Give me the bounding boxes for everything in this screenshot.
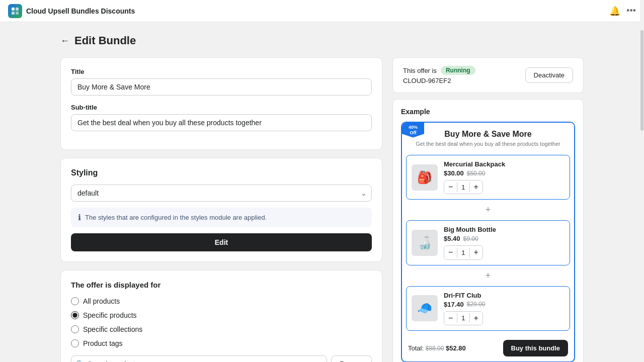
scrollbar-thumb[interactable]	[640, 30, 643, 131]
offer-display-card: The offer is displayed for All products …	[60, 270, 382, 362]
svg-rect-3	[16, 12, 19, 15]
bundle-preview: 40% Off Buy More & Save More Get the bes…	[401, 122, 575, 362]
left-column: Title Sub-title Styling default ⌄	[60, 57, 382, 362]
subtitle-field-group: Sub-title	[71, 104, 372, 131]
subtitle-input[interactable]	[71, 114, 372, 131]
search-row: 🔍 Browse	[71, 355, 372, 362]
styling-select[interactable]: default	[71, 185, 372, 202]
plus-separator-1: +	[402, 204, 574, 216]
title-card: Title Sub-title	[60, 57, 382, 150]
price-old-1: $9.00	[463, 235, 478, 242]
radio-product-tags[interactable]: Product tags	[71, 339, 372, 347]
qty-minus-2[interactable]: −	[444, 312, 457, 325]
offer-code: CLOUD-967EF2	[403, 77, 475, 84]
product-item-0: 🎒 Mercurial Backpack $30.00 $50.00 − 1 +	[406, 155, 570, 200]
radio-tags-label: Product tags	[83, 339, 123, 347]
qty-plus-2[interactable]: +	[470, 312, 482, 325]
top-bar: Cloud Upsell Bundles Discounts 🔔 •••	[0, 0, 644, 22]
total-label: Total:	[408, 344, 424, 352]
search-input[interactable]	[71, 355, 327, 362]
search-input-wrapper: 🔍	[71, 355, 327, 362]
page-header: ← Edit Bundle	[60, 34, 584, 47]
styling-select-wrapper: default ⌄	[71, 185, 372, 202]
qty-minus-1[interactable]: −	[444, 246, 457, 259]
plus-separator-2: +	[402, 269, 574, 282]
radio-specific-collections[interactable]: Specific collections	[71, 325, 372, 333]
right-column: This offer is Running CLOUD-967EF2 Deact…	[392, 57, 584, 362]
subtitle-label: Sub-title	[71, 104, 372, 111]
app-icon	[8, 4, 22, 18]
deactivate-button[interactable]: Deactivate	[525, 67, 573, 83]
qty-plus-1[interactable]: +	[470, 246, 482, 259]
status-badge: Running	[441, 66, 475, 75]
product-prices-1: $5.40 $9.00	[444, 235, 565, 242]
product-info-1: Big Mouth Bottle $5.40 $9.00 − 1 +	[444, 226, 565, 259]
radio-collections-label: Specific collections	[83, 325, 142, 333]
svg-rect-2	[12, 12, 15, 15]
browse-button[interactable]: Browse	[331, 355, 372, 362]
product-name-2: Dri-FIT Club	[444, 292, 565, 299]
qty-value-0: 1	[457, 183, 469, 192]
page-title: Edit Bundle	[74, 34, 136, 47]
bundle-footer: Total: $88.00 $52.80 Buy this bundle	[402, 335, 574, 361]
title-input[interactable]	[71, 78, 372, 96]
top-bar-actions: 🔔 •••	[609, 6, 636, 17]
price-new-2: $17.40	[444, 301, 464, 308]
buy-bundle-button[interactable]: Buy this bundle	[503, 340, 569, 356]
styling-header: Styling	[71, 168, 372, 177]
qty-value-2: 1	[457, 313, 469, 323]
product-info-0: Mercurial Backpack $30.00 $50.00 − 1 +	[444, 160, 565, 194]
radio-group: All products Specific products Specific …	[71, 297, 372, 347]
qty-controls-0: − 1 +	[444, 180, 483, 194]
svg-rect-1	[16, 8, 19, 11]
offer-status-left: This offer is Running CLOUD-967EF2	[403, 66, 475, 84]
qty-controls-1: − 1 +	[444, 245, 483, 259]
app-title: Cloud Upsell Bundles Discounts	[26, 7, 135, 15]
back-button[interactable]: ←	[60, 36, 69, 46]
total-old: $88.00	[426, 345, 444, 352]
qty-value-1: 1	[457, 248, 469, 257]
price-new-1: $5.40	[444, 235, 460, 242]
offer-display-header: The offer is displayed for	[71, 281, 372, 289]
example-title: Example	[401, 108, 575, 116]
search-icon: 🔍	[76, 360, 85, 362]
bundle-header: 40% Off Buy More & Save More Get the bes…	[402, 123, 574, 151]
qty-plus-0[interactable]: +	[470, 180, 482, 194]
product-name-0: Mercurial Backpack	[444, 160, 565, 168]
offer-status-text: This offer is	[403, 67, 437, 74]
bundle-subtitle: Get the best deal when you buy all these…	[408, 141, 568, 147]
product-image-0: 🎒	[412, 164, 438, 191]
price-new-0: $30.00	[444, 169, 464, 177]
offer-status-card: This offer is Running CLOUD-967EF2 Deact…	[392, 57, 584, 93]
more-icon[interactable]: •••	[626, 6, 636, 16]
radio-specific-input[interactable]	[71, 311, 79, 319]
qty-controls-2: − 1 +	[444, 311, 483, 325]
radio-all-products[interactable]: All products	[71, 297, 372, 305]
radio-specific-label: Specific products	[83, 311, 137, 319]
price-old-2: $29.00	[467, 301, 486, 308]
info-text: The styles that are configured in the st…	[85, 214, 267, 221]
offer-status-row: This offer is Running	[403, 66, 475, 75]
product-image-1: 🍶	[412, 230, 438, 256]
info-icon: ℹ	[78, 213, 81, 222]
radio-tags-input[interactable]	[71, 339, 79, 347]
product-name-1: Big Mouth Bottle	[444, 226, 565, 233]
product-item-1: 🍶 Big Mouth Bottle $5.40 $9.00 − 1 +	[406, 220, 570, 265]
price-old-0: $50.00	[467, 170, 486, 177]
total-new: $52.80	[446, 344, 466, 352]
product-info-2: Dri-FIT Club $17.40 $29.00 − 1 +	[444, 292, 565, 325]
bell-icon[interactable]: 🔔	[609, 6, 620, 17]
info-box: ℹ The styles that are configured in the …	[71, 208, 372, 227]
product-image-2: 🧢	[412, 295, 438, 321]
edit-button[interactable]: Edit	[71, 233, 372, 251]
styling-card: Styling default ⌄ ℹ The styles that are …	[60, 158, 382, 262]
svg-rect-0	[12, 8, 15, 11]
radio-all-input[interactable]	[71, 297, 79, 305]
radio-collections-input[interactable]	[71, 325, 79, 333]
product-item-2: 🧢 Dri-FIT Club $17.40 $29.00 − 1 +	[406, 286, 570, 331]
qty-minus-0[interactable]: −	[444, 180, 457, 194]
scrollbar[interactable]	[640, 0, 644, 362]
radio-specific-products[interactable]: Specific products	[71, 311, 372, 319]
product-prices-2: $17.40 $29.00	[444, 301, 565, 308]
title-label: Title	[71, 68, 372, 75]
